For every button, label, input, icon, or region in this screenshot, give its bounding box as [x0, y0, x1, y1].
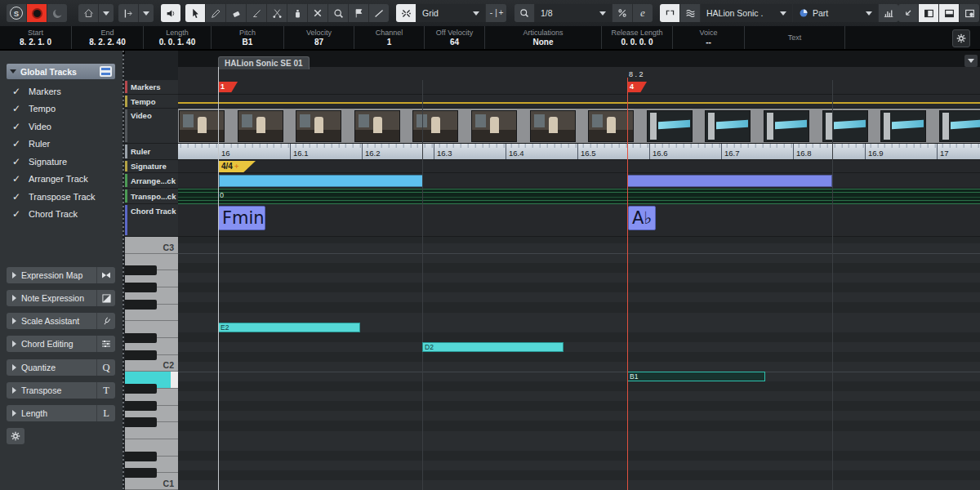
comp-tool[interactable] [349, 4, 368, 22]
arranger-event[interactable] [627, 175, 832, 187]
playhead-cursor[interactable] [627, 78, 628, 490]
line-tool[interactable] [369, 4, 389, 22]
piano-key-black[interactable] [125, 384, 157, 394]
inspector-setup-button[interactable] [7, 428, 24, 444]
piano-key-black[interactable] [125, 333, 157, 343]
acoustic-feedback-toggle[interactable] [161, 4, 180, 22]
panel-scale-assistant[interactable]: Scale Assistant [7, 313, 115, 329]
piano-key-black[interactable] [125, 468, 157, 478]
global-track-item[interactable]: ✓ Ruler [0, 136, 122, 154]
split-tool[interactable] [267, 4, 287, 22]
global-track-item[interactable]: ✓ Chord Track [0, 206, 122, 224]
panel-length[interactable]: Length L [7, 405, 115, 421]
track-setup-icon[interactable] [100, 66, 112, 77]
show-left-zone-button[interactable] [919, 4, 938, 22]
signature-event[interactable]: 4/4+ [218, 161, 256, 172]
piano-key-black[interactable] [125, 265, 157, 275]
track-header[interactable]: Markers [125, 80, 178, 95]
global-track-item[interactable]: ✓ Video [0, 118, 122, 136]
info-field[interactable]: Articulations None [485, 26, 602, 49]
track-visibility-dropdown[interactable] [964, 55, 978, 67]
track-header[interactable]: Transpo...ck [125, 189, 178, 204]
draw-tool[interactable] [206, 4, 225, 22]
global-track-item[interactable]: ✓ Markers [0, 82, 122, 100]
feedback-options-dropdown[interactable] [99, 4, 114, 22]
panel-chord-editing[interactable]: Chord Editing [7, 336, 115, 352]
track-header[interactable]: Video [125, 109, 178, 144]
velocity-button[interactable] [879, 4, 898, 22]
global-track-item[interactable]: ✓ Arranger Track [0, 171, 122, 189]
info-field[interactable]: Release Length 0. 0. 0. 0 [602, 26, 673, 49]
chord-event[interactable]: A♭ [628, 206, 656, 230]
global-tracks-header[interactable]: Global Tracks [7, 64, 115, 79]
info-field[interactable]: Velocity 87 [284, 26, 354, 49]
show-lower-zone-button[interactable] [939, 4, 959, 22]
edit-active-part-only-button[interactable] [680, 4, 700, 22]
info-field[interactable]: End 8. 2. 2. 40 [72, 26, 144, 49]
info-line-setup-button[interactable] [952, 29, 970, 47]
active-part-dropdown[interactable]: HALion Sonic . [701, 4, 792, 22]
piano-key-black[interactable] [125, 283, 157, 292]
midi-note[interactable]: B1 [627, 372, 765, 381]
object-selection-tool[interactable] [185, 4, 205, 22]
quantize-icon-button[interactable] [514, 4, 534, 22]
track-header[interactable]: Arrange...ck [125, 173, 178, 189]
event-colors-dropdown[interactable]: Part [793, 4, 878, 22]
autoscroll-button[interactable] [118, 4, 138, 22]
global-track-item[interactable]: ✓ Tempo [0, 100, 122, 118]
mute-tool[interactable] [308, 4, 327, 22]
chord-track-lane[interactable]: FminA♭ [178, 204, 980, 237]
midi-note[interactable]: D2 [422, 342, 564, 352]
track-header[interactable]: Signature [125, 160, 178, 173]
info-field[interactable]: Pitch B1 [212, 26, 284, 49]
record-in-editor-button[interactable] [27, 4, 47, 22]
arranger-lane[interactable] [178, 173, 980, 189]
glue-tool[interactable] [287, 4, 307, 22]
track-header[interactable]: Chord Track [125, 204, 178, 237]
acoustic-feedback-button[interactable] [78, 4, 98, 22]
global-track-item[interactable]: ✓ Transpose Track [0, 188, 122, 206]
grid-type-dropdown[interactable]: Grid [416, 4, 485, 22]
panel-note-expression[interactable]: Note Expression [7, 290, 115, 306]
info-field[interactable]: Text [745, 26, 845, 49]
monitor-button[interactable] [47, 4, 67, 22]
info-field[interactable]: Start 8. 2. 1. 0 [0, 26, 72, 49]
signature-lane[interactable]: 4/4+ [178, 160, 980, 173]
video-lane[interactable] [178, 109, 980, 144]
track-header[interactable]: Ruler [125, 144, 178, 160]
open-in-lower-zone-button[interactable] [898, 4, 918, 22]
trim-tool[interactable] [247, 4, 266, 22]
tempo-lane[interactable] [178, 95, 980, 109]
quantize-preset-dropdown[interactable]: 1/8 [535, 4, 612, 22]
marker-flag[interactable]: 4 [627, 82, 647, 92]
note-grid[interactable]: E2D2B1 [178, 237, 980, 490]
panel-expression-map[interactable]: Expression Map [7, 267, 115, 283]
piano-key-black[interactable] [125, 350, 157, 360]
marker-flag[interactable]: 1 [218, 82, 238, 92]
track-header[interactable]: Tempo [125, 95, 178, 109]
setup-window-layout-button[interactable] [960, 4, 979, 22]
piano-key-black[interactable] [125, 452, 157, 461]
solo-editor-button[interactable]: S [7, 4, 26, 22]
snap-toggle[interactable] [396, 4, 416, 22]
quantize-panel-button[interactable]: e [633, 4, 653, 22]
arranger-event[interactable] [219, 175, 423, 187]
panel-transpose[interactable]: Transpose T [7, 382, 115, 399]
panel-quantize[interactable]: Quantize Q [7, 359, 115, 376]
info-field[interactable]: Length 0. 0. 1. 40 [144, 26, 212, 49]
piano-key-black[interactable] [125, 300, 157, 310]
markers-lane[interactable]: 14 [178, 80, 980, 95]
part-tab[interactable]: HALion Sonic SE 01 [218, 56, 310, 69]
midi-note[interactable]: E2 [218, 323, 360, 332]
info-field[interactable]: Off Velocity 64 [425, 26, 485, 49]
info-field[interactable]: Channel 1 [354, 26, 425, 49]
chord-event[interactable]: Fmin [218, 206, 265, 230]
piano-key-c3[interactable]: C3 [125, 237, 178, 254]
zoom-tool[interactable] [328, 4, 348, 22]
info-field[interactable]: Voice -- [673, 26, 745, 49]
piano-key-black[interactable] [125, 401, 157, 411]
autoscroll-options-dropdown[interactable] [139, 4, 154, 22]
iterative-quantize-button[interactable] [612, 4, 632, 22]
erase-tool[interactable] [226, 4, 246, 22]
time-ruler[interactable]: 16 16.1 16.2 16.3 16.4 16.5 16.6 16.7 16… [178, 144, 980, 160]
